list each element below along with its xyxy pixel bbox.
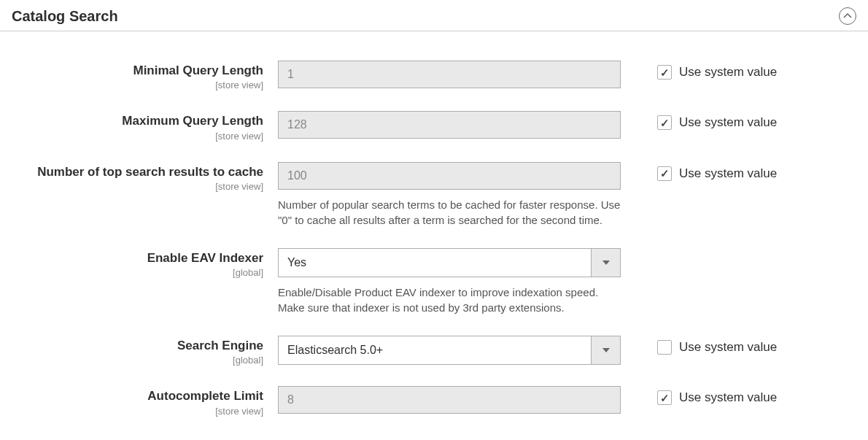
field-label: Enable EAV Indexer xyxy=(12,251,263,266)
field-note: Enable/Disable Product EAV indexer to im… xyxy=(278,285,621,315)
collapse-toggle[interactable] xyxy=(839,7,856,25)
caret-down-icon xyxy=(602,260,610,265)
use-system-label: Use system value xyxy=(679,390,777,405)
field-scope: [store view] xyxy=(12,406,263,417)
field-label: Maximum Query Length xyxy=(12,114,263,128)
field-scope: [global] xyxy=(12,355,263,366)
use-system-checkbox[interactable] xyxy=(657,340,672,355)
autocomplete-input[interactable]: 8 xyxy=(278,386,621,414)
field-scope: [store view] xyxy=(12,131,263,142)
form-area: Minimal Query Length [store view] 1 Use … xyxy=(0,31,868,417)
label-col: Maximum Query Length [store view] xyxy=(12,111,278,141)
field-row-top-cache: Number of top search results to cache [s… xyxy=(0,162,868,228)
use-system-label: Use system value xyxy=(679,65,777,80)
label-col: Autocomplete Limit [store view] xyxy=(12,386,278,416)
use-system-label: Use system value xyxy=(679,166,777,181)
select-arrow xyxy=(591,336,620,364)
field-row-eav-indexer: Enable EAV Indexer [global] Yes Enable/D… xyxy=(0,248,868,315)
field-label: Autocomplete Limit xyxy=(12,389,263,404)
use-system-col: Use system value xyxy=(621,336,777,355)
field-row-autocomplete: Autocomplete Limit [store view] 8 Use sy… xyxy=(0,386,868,416)
select-value: Elasticsearch 5.0+ xyxy=(279,336,591,364)
field-row-search-engine: Search Engine [global] Elasticsearch 5.0… xyxy=(0,336,868,366)
label-col: Minimal Query Length [store view] xyxy=(12,61,278,90)
label-col: Enable EAV Indexer [global] xyxy=(12,248,278,278)
label-col: Search Engine [global] xyxy=(12,336,278,366)
field-label: Minimal Query Length xyxy=(12,63,263,78)
use-system-col: Use system value xyxy=(621,61,777,80)
min-query-input[interactable]: 1 xyxy=(278,61,621,88)
select-value: Yes xyxy=(279,249,591,277)
label-col: Number of top search results to cache [s… xyxy=(12,162,278,192)
use-system-checkbox[interactable] xyxy=(657,166,672,181)
control-col: 128 xyxy=(278,111,621,139)
field-scope: [store view] xyxy=(12,80,263,90)
use-system-checkbox[interactable] xyxy=(657,390,672,405)
control-col: Yes Enable/Disable Product EAV indexer t… xyxy=(278,248,621,315)
select-arrow xyxy=(591,249,620,277)
caret-down-icon xyxy=(602,348,610,352)
control-col: 100 Number of popular search terms to be… xyxy=(278,162,621,228)
control-col: 1 xyxy=(278,61,621,88)
use-system-col: Use system value xyxy=(621,386,777,405)
use-system-checkbox[interactable] xyxy=(657,115,672,130)
top-cache-input[interactable]: 100 xyxy=(278,162,621,190)
section-title: Catalog Search xyxy=(12,8,118,25)
field-scope: [store view] xyxy=(12,181,263,192)
control-col: 8 xyxy=(278,386,621,414)
use-system-checkbox[interactable] xyxy=(657,65,672,80)
control-col: Elasticsearch 5.0+ xyxy=(278,336,621,365)
field-label: Search Engine xyxy=(12,339,263,353)
section-header[interactable]: Catalog Search xyxy=(0,0,868,31)
field-note: Number of popular search terms to be cac… xyxy=(278,197,621,228)
use-system-label: Use system value xyxy=(679,340,777,355)
field-label: Number of top search results to cache xyxy=(12,165,263,180)
use-system-col: Use system value xyxy=(621,111,777,130)
field-row-min-query: Minimal Query Length [store view] 1 Use … xyxy=(0,61,868,90)
use-system-col: Use system value xyxy=(621,162,777,181)
search-engine-select[interactable]: Elasticsearch 5.0+ xyxy=(278,336,621,365)
field-scope: [global] xyxy=(12,267,263,278)
use-system-label: Use system value xyxy=(679,115,777,130)
field-row-max-query: Maximum Query Length [store view] 128 Us… xyxy=(0,111,868,141)
chevron-up-icon xyxy=(843,13,852,19)
use-system-col xyxy=(621,248,657,252)
max-query-input[interactable]: 128 xyxy=(278,111,621,139)
eav-indexer-select[interactable]: Yes xyxy=(278,248,621,277)
